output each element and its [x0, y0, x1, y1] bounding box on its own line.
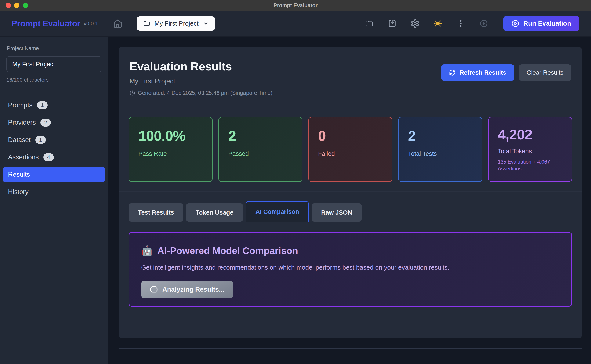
analyzing-results-button[interactable]: Analyzing Results...: [141, 281, 233, 298]
count-badge: 1: [35, 136, 46, 144]
footer-divider: [118, 348, 582, 349]
char-count: 16/100 characters: [6, 77, 101, 83]
app-window: Prompt Evaluator Prompt Evaluator v0.0.1…: [0, 0, 591, 364]
run-evaluation-label: Run Evaluation: [523, 20, 571, 27]
ai-comparison-panel: 🤖 AI-Powered Model Comparison Get intell…: [129, 232, 572, 307]
ai-panel-title: 🤖 AI-Powered Model Comparison: [141, 245, 559, 256]
sidebar-item-history[interactable]: History: [3, 184, 105, 200]
sidebar-item-label: Assertions: [8, 153, 39, 161]
sidebar-divider: [0, 91, 108, 91]
sidebar-nav: Prompts 1 Providers 2 Dataset 1 Assertio…: [6, 97, 101, 201]
sidebar: Project Name 16/100 characters Prompts 1…: [0, 37, 108, 364]
kebab-menu-icon[interactable]: [455, 18, 467, 29]
sidebar-item-label: Providers: [8, 119, 36, 126]
sidebar-item-label: Dataset: [8, 136, 31, 144]
count-badge: 4: [43, 153, 54, 161]
stats-row: 100.0% Pass Rate 2 Passed 0 Failed 2 Tot…: [129, 117, 572, 182]
play-circle-icon: [511, 20, 520, 27]
stat-card-pass-rate: 100.0% Pass Rate: [129, 117, 213, 182]
sidebar-item-prompts[interactable]: Prompts 1: [3, 97, 105, 113]
stat-card-total-tests: 2 Total Tests: [398, 117, 482, 182]
app-logo: Prompt Evaluator: [11, 19, 80, 28]
sidebar-item-providers[interactable]: Providers 2: [3, 115, 105, 130]
spinner-icon: [150, 286, 158, 293]
navbar: Prompt Evaluator v0.0.1 My First Project: [0, 11, 591, 37]
results-panel: Evaluation Results My First Project Gene…: [118, 47, 582, 338]
sidebar-item-label: History: [8, 188, 28, 196]
run-evaluation-button[interactable]: Run Evaluation: [503, 16, 579, 31]
page-title: Evaluation Results: [130, 60, 273, 73]
stat-value: 100.0%: [138, 128, 203, 144]
stats-divider: [118, 191, 582, 192]
refresh-icon: [449, 69, 456, 76]
stat-label: Pass Rate: [138, 150, 203, 157]
import-icon[interactable]: [387, 18, 398, 29]
window-title: Prompt Evaluator: [0, 2, 591, 8]
stat-label: Total Tokens: [498, 148, 562, 155]
header-actions: Refresh Results Clear Results: [441, 64, 571, 81]
stat-value: 2: [228, 128, 292, 144]
results-header: Evaluation Results My First Project Gene…: [129, 57, 572, 96]
count-badge: 1: [37, 101, 47, 109]
stat-label: Failed: [318, 150, 383, 157]
project-selector-label: My First Project: [155, 20, 199, 27]
robot-emoji-icon: 🤖: [141, 245, 153, 256]
folder-icon: [143, 20, 150, 27]
tab-test-results[interactable]: Test Results: [129, 203, 183, 221]
sidebar-item-label: Results: [8, 171, 30, 178]
stat-card-passed: 2 Passed: [218, 117, 302, 182]
tab-ai-comparison[interactable]: AI Comparison: [246, 201, 309, 221]
eye-icon[interactable]: [478, 18, 489, 29]
analyzing-results-label: Analyzing Results...: [162, 286, 224, 293]
refresh-results-label: Refresh Results: [460, 69, 506, 76]
chevron-down-icon: [203, 20, 209, 26]
stat-label: Total Tests: [408, 150, 472, 157]
ai-panel-heading: AI-Powered Model Comparison: [157, 245, 298, 256]
app-version: v0.0.1: [84, 20, 98, 27]
sidebar-item-assertions[interactable]: Assertions 4: [3, 150, 105, 165]
sidebar-item-label: Prompts: [8, 101, 32, 109]
project-name-label: Project Name: [7, 45, 101, 52]
navbar-actions: Run Evaluation: [364, 16, 579, 31]
ai-panel-description: Get intelligent insights and recommendat…: [141, 264, 559, 271]
stat-card-total-tokens: 4,202 Total Tokens 135 Evaluation + 4,06…: [488, 117, 572, 182]
count-badge: 2: [40, 118, 51, 127]
stat-value: 2: [408, 128, 472, 144]
results-tabs: Test Results Token Usage AI Comparison R…: [129, 201, 572, 221]
clear-results-button[interactable]: Clear Results: [519, 64, 571, 81]
refresh-results-button[interactable]: Refresh Results: [441, 64, 514, 81]
main-content: Evaluation Results My First Project Gene…: [108, 37, 591, 364]
stat-value: 0: [318, 128, 383, 144]
tab-token-usage[interactable]: Token Usage: [186, 203, 243, 221]
titlebar: Prompt Evaluator: [0, 0, 591, 11]
tab-raw-json[interactable]: Raw JSON: [312, 203, 362, 221]
generated-text: Generated: 4 Dec 2025, 03:25:46 pm (Sing…: [138, 90, 273, 96]
project-name-input[interactable]: [6, 56, 101, 72]
stat-value: 4,202: [498, 126, 562, 143]
sidebar-item-dataset[interactable]: Dataset 1: [3, 132, 105, 148]
home-icon[interactable]: [113, 19, 122, 28]
stat-label: Passed: [228, 150, 292, 157]
page-subtitle: My First Project: [130, 78, 273, 85]
clock-icon: [130, 90, 135, 96]
gear-icon[interactable]: [409, 18, 421, 29]
sidebar-item-results[interactable]: Results: [3, 167, 105, 182]
project-selector[interactable]: My First Project: [137, 16, 215, 31]
sun-icon[interactable]: [432, 18, 444, 29]
stat-card-failed: 0 Failed: [308, 117, 392, 182]
stat-sublabel: 135 Evaluation + 4,067 Assertions: [498, 158, 562, 172]
folder-icon[interactable]: [364, 18, 375, 29]
header-divider: [118, 106, 582, 106]
generated-timestamp: Generated: 4 Dec 2025, 03:25:46 pm (Sing…: [130, 90, 273, 96]
